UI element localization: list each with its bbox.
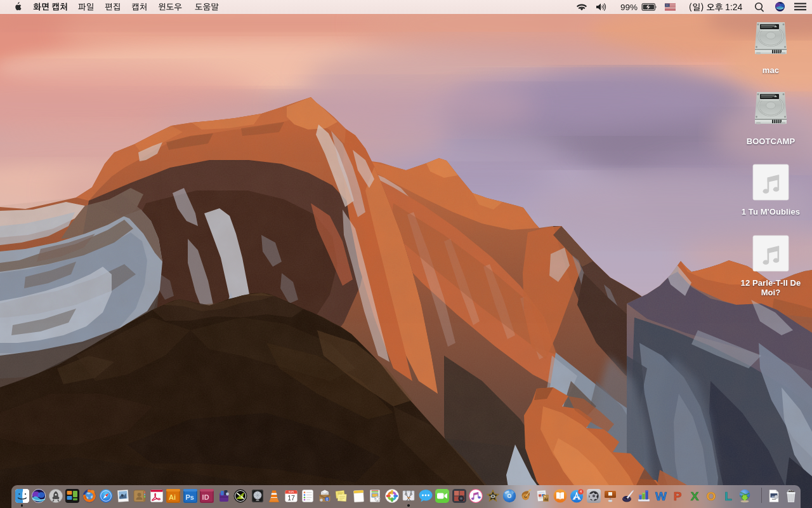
svg-text:Q: Q bbox=[325, 498, 328, 501]
svg-text:SUN: SUN bbox=[288, 490, 294, 493]
svg-text:17: 17 bbox=[287, 494, 295, 502]
svg-text:99%: 99% bbox=[620, 3, 638, 12]
svg-text:1:24: 1:24 bbox=[725, 2, 742, 12]
svg-text:Ai: Ai bbox=[169, 493, 176, 501]
svg-text:ID: ID bbox=[202, 493, 209, 501]
svg-text:O: O bbox=[707, 490, 716, 503]
svg-text:P: P bbox=[674, 490, 682, 503]
svg-text:4: 4 bbox=[580, 490, 582, 493]
svg-text:X: X bbox=[690, 490, 698, 503]
svg-text:Ps: Ps bbox=[185, 493, 193, 501]
svg-text:L: L bbox=[724, 490, 732, 503]
svg-text:W: W bbox=[655, 490, 667, 503]
